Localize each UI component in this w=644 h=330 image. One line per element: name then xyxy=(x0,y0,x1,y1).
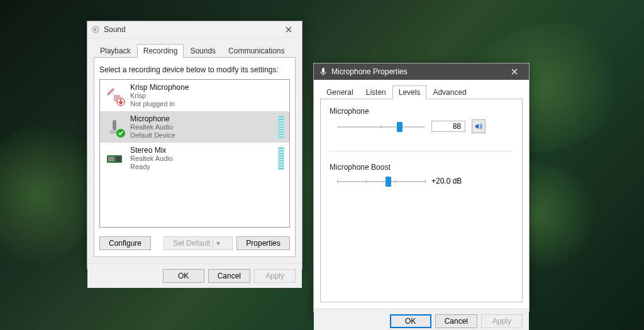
dialog-buttons: OK Cancel Apply xyxy=(314,309,529,330)
device-status: Not plugged in xyxy=(130,100,284,108)
mic-label: Microphone xyxy=(330,107,513,116)
properties-button[interactable]: Properties xyxy=(236,236,290,250)
tab-listen[interactable]: Listen xyxy=(360,85,392,99)
slider-thumb[interactable] xyxy=(397,122,402,132)
device-icon xyxy=(105,86,124,105)
tab-playback[interactable]: Playback xyxy=(94,44,137,58)
slider-thumb[interactable] xyxy=(386,177,391,187)
device-item[interactable]: Krisp Microphone Krisp Not plugged in xyxy=(100,80,289,111)
titlebar[interactable]: Sound xyxy=(87,21,302,38)
divider xyxy=(330,151,513,151)
unplugged-icon xyxy=(116,97,125,106)
device-name: Microphone xyxy=(130,114,274,123)
dialog-buttons: OK Cancel Apply xyxy=(87,263,302,288)
device-name: Stereo Mix xyxy=(130,146,274,155)
device-status: Ready xyxy=(130,163,274,171)
device-vendor: Krisp xyxy=(130,92,284,100)
apply-button[interactable]: Apply xyxy=(481,314,523,328)
ok-button[interactable]: OK xyxy=(390,314,431,328)
close-button[interactable] xyxy=(505,65,524,78)
speaker-icon xyxy=(474,122,483,131)
tab-bar: General Listen Levels Advanced xyxy=(314,80,529,99)
svg-rect-8 xyxy=(108,157,114,162)
tab-sounds[interactable]: Sounds xyxy=(184,44,222,58)
device-list[interactable]: Krisp Microphone Krisp Not plugged in Mi… xyxy=(99,79,290,228)
tab-levels[interactable]: Levels xyxy=(392,85,427,99)
tab-content: Microphone 88 Microphone Boost xyxy=(320,99,523,302)
boost-label: Microphone Boost xyxy=(330,163,513,172)
device-info: Krisp Microphone Krisp Not plugged in xyxy=(130,83,284,108)
sound-window: Sound Playback Recording Sounds Communic… xyxy=(87,21,303,269)
sound-icon xyxy=(91,25,100,34)
microphone-boost-group: Microphone Boost +20.0 dB xyxy=(330,163,513,187)
svg-rect-9 xyxy=(116,157,121,162)
device-status: Default Device xyxy=(130,131,274,140)
cancel-button[interactable]: Cancel xyxy=(435,314,477,328)
close-icon xyxy=(511,69,518,75)
device-info: Microphone Realtek Audio Default Device xyxy=(130,114,274,140)
action-row: Configure Set Default▾ Properties xyxy=(99,228,290,250)
device-name: Krisp Microphone xyxy=(130,83,284,92)
tab-general[interactable]: General xyxy=(320,85,360,99)
mute-button[interactable] xyxy=(472,119,486,133)
mic-icon xyxy=(319,67,328,76)
device-icon xyxy=(105,149,124,168)
close-icon xyxy=(286,26,292,33)
configure-button[interactable]: Configure xyxy=(99,236,151,250)
set-default-button[interactable]: Set Default▾ xyxy=(164,236,233,250)
tab-advanced[interactable]: Advanced xyxy=(426,85,472,99)
intro-text: Select a recording device below to modif… xyxy=(99,65,290,74)
device-icon xyxy=(105,118,124,136)
tab-communications[interactable]: Communications xyxy=(222,44,291,58)
mic-slider[interactable] xyxy=(337,121,425,132)
window-title: Sound xyxy=(104,25,279,34)
tab-bar: Playback Recording Sounds Communications xyxy=(87,38,302,57)
microphone-level-group: Microphone 88 xyxy=(330,107,513,133)
tab-recording[interactable]: Recording xyxy=(137,44,184,58)
device-item[interactable]: Microphone Realtek Audio Default Device xyxy=(100,111,289,143)
device-vendor: Realtek Audio xyxy=(130,155,274,163)
close-button[interactable] xyxy=(279,23,298,36)
svg-rect-10 xyxy=(322,68,325,73)
check-icon xyxy=(116,129,125,138)
dropdown-arrow-icon: ▾ xyxy=(213,239,223,248)
level-meter xyxy=(278,147,284,170)
tab-content: Select a recording device below to modif… xyxy=(94,57,296,257)
slider-track xyxy=(337,181,425,182)
cancel-button[interactable]: Cancel xyxy=(208,269,250,283)
boost-value: +20.0 dB xyxy=(431,177,463,185)
boost-slider[interactable] xyxy=(337,175,425,187)
mic-properties-window: Microphone Properties General Listen Lev… xyxy=(313,63,530,312)
device-vendor: Realtek Audio xyxy=(130,123,274,131)
device-item[interactable]: Stereo Mix Realtek Audio Ready xyxy=(100,143,289,174)
titlebar[interactable]: Microphone Properties xyxy=(314,63,529,80)
device-info: Stereo Mix Realtek Audio Ready xyxy=(130,146,274,171)
window-title: Microphone Properties xyxy=(331,67,505,76)
ok-button[interactable]: OK xyxy=(163,269,204,283)
mic-value-field[interactable]: 88 xyxy=(431,121,465,132)
apply-button[interactable]: Apply xyxy=(254,269,296,283)
level-meter xyxy=(278,116,284,138)
